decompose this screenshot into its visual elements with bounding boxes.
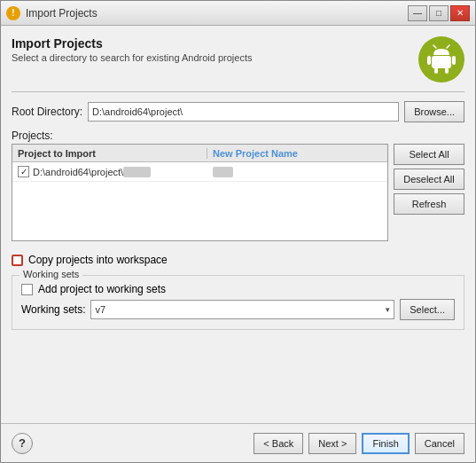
- deselect-all-button[interactable]: Deselect All: [394, 169, 464, 190]
- svg-rect-6: [452, 56, 456, 65]
- copy-projects-row: Copy projects into workspace: [12, 254, 464, 266]
- add-working-set-row: Add project to working sets: [21, 283, 455, 295]
- working-sets-select-wrapper: v7 ▼: [90, 300, 394, 319]
- working-sets-input-row: Working sets: v7 ▼ Select...: [21, 299, 455, 320]
- copy-projects-label: Copy projects into workspace: [28, 254, 168, 266]
- side-buttons: Select All Deselect All Refresh: [394, 144, 464, 215]
- root-directory-row: Root Directory: Browse...: [12, 101, 464, 122]
- working-sets-legend: Working sets: [20, 269, 82, 279]
- svg-line-2: [433, 45, 436, 48]
- minimize-button[interactable]: —: [408, 5, 427, 21]
- root-directory-label: Root Directory:: [12, 106, 82, 118]
- close-button[interactable]: ✕: [450, 5, 470, 21]
- project-path-text: D:\android64\project\████: [33, 167, 151, 177]
- separator-1: [12, 91, 464, 92]
- maximize-button[interactable]: □: [429, 5, 449, 21]
- projects-label: Projects:: [12, 129, 464, 142]
- header-row: Import Projects Select a directory to se…: [12, 36, 464, 82]
- working-sets-group: Working sets Add project to working sets…: [12, 275, 464, 330]
- project-path-cell: ✓ D:\android64\project\████: [12, 166, 207, 177]
- project-name-text: ███: [213, 167, 233, 177]
- working-sets-select-button[interactable]: Select...: [400, 299, 455, 320]
- add-working-set-label: Add project to working sets: [38, 283, 166, 295]
- footer: ? < Back Next > Finish Cancel: [1, 423, 475, 462]
- footer-left: ?: [12, 433, 33, 454]
- cancel-button[interactable]: Cancel: [415, 433, 464, 454]
- svg-rect-7: [434, 67, 438, 74]
- titlebar-buttons: — □ ✕: [408, 5, 470, 21]
- titlebar-title: Import Projects: [26, 7, 402, 20]
- working-sets-label: Working sets:: [21, 303, 85, 316]
- browse-button[interactable]: Browse...: [404, 101, 464, 122]
- col-new-project-name: New Project Name: [207, 148, 387, 159]
- android-icon: [425, 43, 458, 76]
- finish-button[interactable]: Finish: [362, 433, 409, 454]
- page-description: Select a directory to search for existin…: [12, 52, 252, 63]
- titlebar: ! Import Projects — □ ✕: [1, 1, 475, 26]
- add-working-set-checkbox[interactable]: [21, 284, 33, 295]
- content-area: Import Projects Select a directory to se…: [1, 26, 475, 423]
- col-project-to-import: Project to Import: [12, 148, 207, 159]
- help-button[interactable]: ?: [12, 433, 33, 454]
- projects-container: Project to Import New Project Name ✓ D:\…: [12, 144, 464, 241]
- svg-rect-8: [445, 67, 449, 74]
- copy-projects-checkbox[interactable]: [12, 255, 23, 266]
- refresh-button[interactable]: Refresh: [394, 193, 464, 215]
- working-sets-select[interactable]: v7: [90, 300, 394, 319]
- projects-section: Projects: Project to Import New Project …: [12, 129, 464, 241]
- import-projects-window: ! Import Projects — □ ✕ Import Projects …: [0, 0, 476, 463]
- bottom-section: Copy projects into workspace Working set…: [12, 248, 464, 330]
- next-button[interactable]: Next >: [308, 433, 356, 454]
- root-directory-input[interactable]: [88, 102, 399, 122]
- android-logo: [418, 36, 464, 82]
- footer-right: < Back Next > Finish Cancel: [254, 433, 464, 454]
- svg-rect-4: [432, 56, 451, 68]
- back-button[interactable]: < Back: [254, 433, 303, 454]
- svg-rect-5: [427, 56, 431, 65]
- table-row: ✓ D:\android64\project\████ ███: [12, 162, 387, 182]
- header-text: Import Projects Select a directory to se…: [12, 36, 252, 63]
- row-checkbox[interactable]: ✓: [18, 166, 29, 177]
- select-all-button[interactable]: Select All: [394, 144, 464, 165]
- titlebar-icon: !: [6, 6, 20, 20]
- projects-table: Project to Import New Project Name ✓ D:\…: [12, 144, 388, 241]
- table-header: Project to Import New Project Name: [12, 145, 387, 162]
- project-name-cell: ███: [207, 167, 387, 177]
- svg-line-3: [447, 45, 449, 48]
- page-title: Import Projects: [12, 36, 252, 51]
